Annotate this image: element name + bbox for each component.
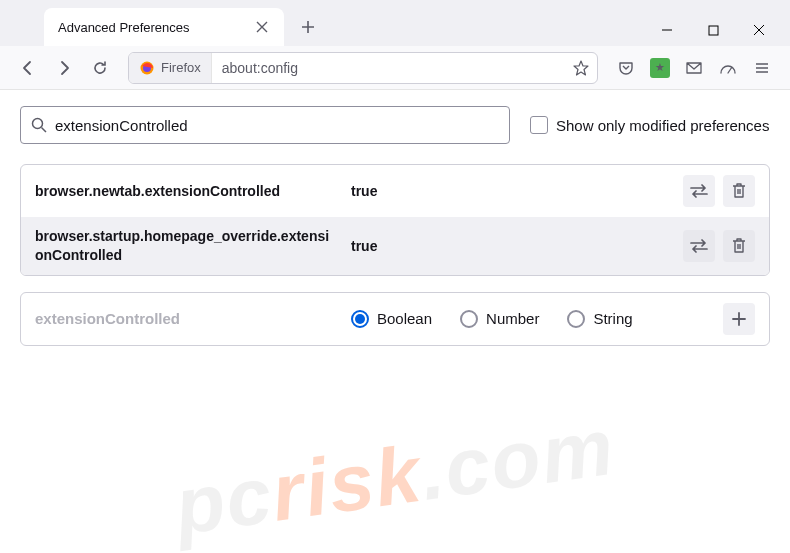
checkbox-label-text: Show only modified preferences [556,117,769,134]
radio-string[interactable]: String [567,310,632,328]
identity-box[interactable]: Firefox [129,53,212,83]
url-text: about:config [212,60,565,76]
radio-number[interactable]: Number [460,310,539,328]
tab-title: Advanced Preferences [58,20,244,35]
swap-icon [690,239,708,253]
watermark: pcrisk.com [170,401,621,553]
firefox-icon [139,60,155,76]
identity-label: Firefox [161,60,201,75]
radio-label: Boolean [377,310,432,327]
delete-button[interactable] [723,230,755,262]
extension-icon[interactable]: ★ [644,52,676,84]
svg-rect-0 [709,26,718,35]
pref-name: browser.startup.homepage_override.extens… [35,227,335,265]
pref-value: true [351,183,667,199]
window-controls [644,14,782,46]
toggle-button[interactable] [683,230,715,262]
radio-circle [351,310,369,328]
search-row: Show only modified preferences [20,106,770,144]
radio-circle [460,310,478,328]
pref-row: browser.newtab.extensionControlled true [21,165,769,217]
pref-value: true [351,238,667,254]
titlebar: Advanced Preferences [0,0,790,46]
new-pref-row: extensionControlled Boolean Number Strin… [20,292,770,346]
trash-icon [732,183,746,199]
radio-label: Number [486,310,539,327]
bookmark-star-icon[interactable] [565,52,597,84]
delete-button[interactable] [723,175,755,207]
radio-label: String [593,310,632,327]
search-icon [31,117,47,133]
new-pref-name: extensionControlled [35,310,335,327]
pocket-icon[interactable] [610,52,642,84]
minimize-button[interactable] [644,14,690,46]
maximize-button[interactable] [690,14,736,46]
page-content: Show only modified preferences browser.n… [0,90,790,362]
browser-tab[interactable]: Advanced Preferences [44,8,284,46]
inbox-icon[interactable] [678,52,710,84]
search-input[interactable] [55,117,499,134]
radio-circle [567,310,585,328]
add-button[interactable] [723,303,755,335]
svg-point-3 [33,119,43,129]
close-window-button[interactable] [736,14,782,46]
navbar: Firefox about:config ★ [0,46,790,90]
back-button[interactable] [12,52,44,84]
type-radio-group: Boolean Number String [351,310,707,328]
prefs-table: browser.newtab.extensionControlled true … [20,164,770,276]
pref-row: browser.startup.homepage_override.extens… [21,217,769,275]
toggle-button[interactable] [683,175,715,207]
checkbox-box [530,116,548,134]
gauge-icon[interactable] [712,52,744,84]
new-tab-button[interactable] [292,11,324,43]
toolbar-icons: ★ [610,52,778,84]
trash-icon [732,238,746,254]
menu-button[interactable] [746,52,778,84]
search-box[interactable] [20,106,510,144]
reload-button[interactable] [84,52,116,84]
plus-icon [732,312,746,326]
close-tab-icon[interactable] [254,19,270,35]
swap-icon [690,184,708,198]
pref-name: browser.newtab.extensionControlled [35,182,335,201]
show-modified-checkbox[interactable]: Show only modified preferences [530,116,769,134]
url-bar[interactable]: Firefox about:config [128,52,598,84]
forward-button[interactable] [48,52,80,84]
radio-boolean[interactable]: Boolean [351,310,432,328]
